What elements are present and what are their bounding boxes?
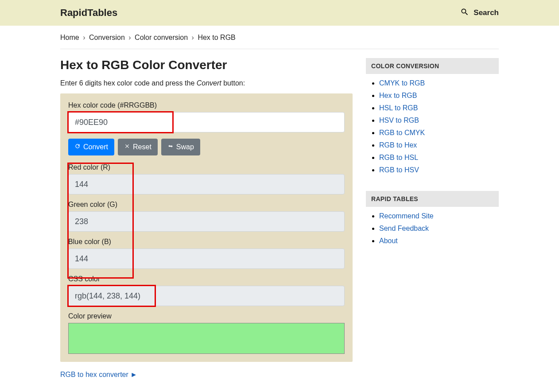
sidebar-link[interactable]: CMYK to RGB <box>379 79 425 87</box>
sidebar-link[interactable]: HSL to RGB <box>379 104 418 112</box>
green-label: Green color (G) <box>68 201 345 209</box>
breadcrumb: Home › Conversion › Color conversion › H… <box>60 34 499 49</box>
sidebar-link[interactable]: Send Feedback <box>379 225 429 232</box>
css-output[interactable] <box>68 286 345 306</box>
sidebar-section: RAPID TABLES Recommend Site Send Feedbac… <box>366 191 499 255</box>
hex-label: Hex color code (#RRGGBB) <box>68 101 345 109</box>
sidebar-link[interactable]: RGB to CMYK <box>379 129 425 136</box>
sidebar-section: COLOR CONVERSION CMYK to RGB Hex to RGB … <box>366 58 499 184</box>
converter-panel: Hex color code (#RRGGBB) Convert Reset <box>60 93 353 362</box>
sidebar-link[interactable]: RGB to Hex <box>379 141 417 149</box>
sidebar-link[interactable]: RGB to HSL <box>379 154 418 161</box>
red-output[interactable] <box>68 174 345 194</box>
sidebar-link[interactable]: About <box>379 237 398 245</box>
breadcrumb-item[interactable]: Color conversion <box>135 34 188 41</box>
blue-label: Blue color (B) <box>68 238 345 246</box>
search-label: Search <box>474 8 499 17</box>
breadcrumb-item[interactable]: Conversion <box>89 34 125 41</box>
swap-button[interactable]: Swap <box>161 139 200 155</box>
preview-label: Color preview <box>68 312 345 320</box>
breadcrumb-separator: › <box>128 34 131 41</box>
breadcrumb-item[interactable]: Home <box>60 34 79 41</box>
breadcrumb-current: Hex to RGB <box>198 34 235 41</box>
sidebar-link[interactable]: Recommend Site <box>379 212 434 220</box>
sidebar-link[interactable]: Hex to RGB <box>379 92 417 99</box>
hex-input[interactable] <box>68 112 345 132</box>
convert-button[interactable]: Convert <box>68 139 114 155</box>
search-icon <box>460 8 469 19</box>
bottom-link-wrapper: RGB to hex converter ► <box>60 371 353 379</box>
search-button[interactable]: Search <box>460 8 499 19</box>
brand-link[interactable]: RapidTables <box>60 7 117 19</box>
intro-text: Enter 6 digits hex color code and press … <box>60 79 353 87</box>
close-icon <box>124 143 130 151</box>
topbar: RapidTables Search <box>0 0 559 26</box>
sidebar-link[interactable]: RGB to HSV <box>379 166 419 174</box>
blue-output[interactable] <box>68 248 345 269</box>
css-label: CSS color <box>68 275 345 283</box>
color-preview <box>68 323 345 354</box>
sidebar-heading: RAPID TABLES <box>366 191 499 207</box>
swap-icon <box>167 143 174 151</box>
rgb-to-hex-link[interactable]: RGB to hex converter ► <box>60 371 137 378</box>
sidebar: COLOR CONVERSION CMYK to RGB Hex to RGB … <box>366 58 499 379</box>
main-content: Hex to RGB Color Converter Enter 6 digit… <box>60 58 353 379</box>
green-output[interactable] <box>68 211 345 232</box>
reset-button[interactable]: Reset <box>118 139 158 155</box>
red-label: Red color (R) <box>68 163 345 171</box>
page-title: Hex to RGB Color Converter <box>60 58 353 72</box>
breadcrumb-separator: › <box>83 34 85 41</box>
sidebar-heading: COLOR CONVERSION <box>366 58 499 74</box>
refresh-icon <box>74 143 81 151</box>
sidebar-link[interactable]: HSV to RGB <box>379 116 419 124</box>
breadcrumb-separator: › <box>192 34 194 41</box>
